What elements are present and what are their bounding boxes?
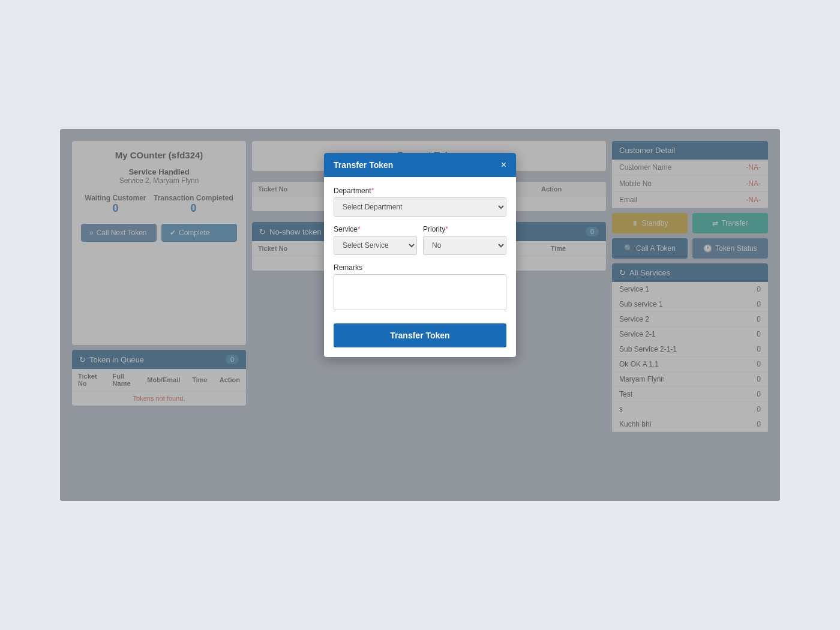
department-group: Department* Select Department <box>334 187 506 217</box>
department-label: Department* <box>334 187 506 195</box>
service-group: Service* Select Service <box>334 225 417 255</box>
remarks-label: Remarks <box>334 263 506 272</box>
modal-title: Transfer Token <box>334 160 393 170</box>
priority-group: Priority* No <box>423 225 506 255</box>
modal-overlay: Transfer Token × Department* Select Depa… <box>60 129 780 501</box>
priority-label: Priority* <box>423 225 506 233</box>
modal-header: Transfer Token × <box>324 153 516 177</box>
modal-close-button[interactable]: × <box>501 160 506 170</box>
remarks-group: Remarks <box>334 263 506 312</box>
service-label: Service* <box>334 225 417 233</box>
transfer-token-modal: Transfer Token × Department* Select Depa… <box>324 153 516 357</box>
priority-select[interactable]: No <box>423 236 506 255</box>
service-priority-row: Service* Select Service Priority* No <box>334 225 506 263</box>
transfer-token-button[interactable]: Transfer Token <box>334 323 506 347</box>
department-select[interactable]: Select Department <box>334 197 506 217</box>
modal-body: Department* Select Department Service* S… <box>324 177 516 357</box>
service-select[interactable]: Select Service <box>334 236 417 255</box>
remarks-textarea[interactable] <box>334 274 506 310</box>
